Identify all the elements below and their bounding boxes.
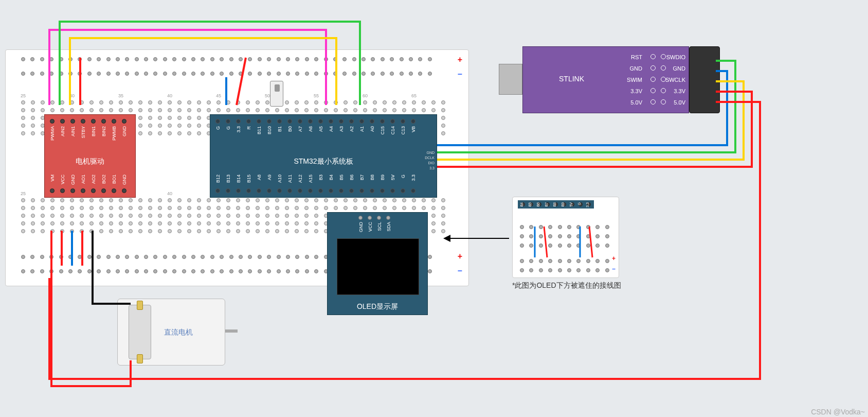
wiring-diagram-canvas: + – 253035404550556065 25303540455055606… — [0, 0, 868, 417]
motor-driver-top-pinrow — [50, 119, 126, 124]
detail-caption: *此图为OLED下方被遮住的接线图 — [512, 281, 621, 290]
stlink-module: STLINK RSTGNDSWIM3.3V5.0V SWDIOGNDSWCLK3… — [522, 46, 689, 113]
detail-pin-3.3: 3.3 — [586, 202, 589, 207]
pin-label-b1: B1 — [277, 126, 282, 132]
oled-pinrow — [358, 216, 390, 220]
pin-label-bo2: BO2 — [101, 175, 106, 184]
pin-label-gnd: GND — [122, 175, 127, 185]
pin-label-ain1: AIN1 — [70, 126, 76, 136]
pin-label-b14: B14 — [236, 175, 241, 183]
pin-label-a12: A12 — [298, 175, 303, 183]
pin-label-ain2: AIN2 — [60, 126, 65, 136]
pin-label-a6: A6 — [308, 126, 313, 132]
pin-label-b0: B0 — [287, 126, 293, 132]
stlink-left-5.0v: 5.0V — [630, 99, 642, 106]
detail-pin-b4: B4 — [520, 202, 523, 207]
stm32-bottom-pinrow — [215, 188, 415, 193]
pin-label-b8: B8 — [370, 175, 375, 180]
stm32-module: GG3.3RB11B10B1B0A7A6A5A4A3A2A1A0C15C14C1… — [210, 114, 437, 198]
stlink-right-swdio: SWDIO — [666, 54, 685, 60]
stlink-left-swim: SWIM — [627, 77, 642, 83]
detail-holes-1 — [520, 225, 609, 229]
pin-label-a4: A4 — [329, 126, 334, 132]
stlink-right-5.0v: 5.0V — [674, 99, 685, 106]
pin-label-vcc: VCC — [60, 175, 65, 184]
motor-driver-title: 电机驱动 — [45, 157, 135, 166]
dc-motor-terminal-top — [137, 301, 143, 310]
pin-label-a1: A1 — [359, 126, 365, 132]
dc-motor-body — [129, 305, 151, 359]
pin-label-bin2: BIN2 — [101, 126, 106, 136]
dc-motor-terminal-bot — [137, 354, 143, 363]
pin-label-c13: C13 — [401, 126, 406, 135]
detail-pin-b9: B9 — [561, 202, 565, 207]
dc-motor-shaft — [225, 329, 238, 333]
detail-pin-5v: 5V — [569, 202, 573, 207]
stlink-right-swclk: SWCLK — [665, 77, 685, 83]
detail-pin-b6: B6 — [536, 202, 540, 207]
pin-label-gnd: GND — [122, 126, 127, 136]
stm32-side-3v3: 3.3 — [429, 166, 435, 170]
pin-label-b3: B3 — [318, 175, 323, 180]
rail-minus-top: – — [458, 70, 462, 79]
stm32-side-gnd: GND — [426, 151, 435, 154]
stm32-side-dio: DIO — [428, 161, 435, 165]
pin-label-b11: B11 — [257, 126, 262, 134]
pin-label-bo1: BO1 — [112, 175, 117, 184]
pin-label-b15: B15 — [246, 175, 251, 183]
pin-label-g: G — [215, 126, 221, 130]
pin-label-gnd: GND — [70, 175, 76, 185]
pin-label-a11: A11 — [287, 175, 293, 183]
stlink-title: STLINK — [559, 75, 584, 83]
detail-pin-b7: B7 — [545, 202, 548, 207]
detail-holes-3 — [520, 244, 609, 248]
pin-label-pwmb: PWMB — [112, 126, 117, 141]
pin-label-b4: B4 — [329, 175, 334, 180]
rail-plus-top: + — [458, 55, 462, 64]
stlink-right-3.3v: 3.3V — [674, 88, 685, 94]
oled-pin-scl: SCL — [377, 222, 382, 231]
pin-label-stby: STBY — [81, 126, 86, 138]
pin-label-ao2: AO2 — [91, 175, 96, 184]
detail-holes-5 — [520, 268, 609, 272]
pin-label-b6: B6 — [349, 175, 354, 180]
watermark: CSDN @Vodka~ — [811, 408, 865, 416]
rail-top-minus-holes — [21, 72, 432, 76]
pin-label-pwma: PWMA — [50, 126, 55, 141]
pin-label-b10: B10 — [267, 126, 272, 134]
pin-label-a9: A9 — [267, 175, 272, 180]
pin-label-b9: B9 — [380, 175, 385, 180]
pin-label-b5: B5 — [339, 175, 344, 180]
rail-minus-bot: – — [458, 266, 462, 275]
pin-label-3.3: 3.3 — [411, 175, 416, 181]
detail-plus: + — [612, 255, 616, 262]
pin-label-b7: B7 — [359, 175, 365, 180]
detail-pin-b5: B5 — [528, 202, 532, 207]
stm32-top-pinrow — [215, 119, 415, 124]
pin-label-b12: B12 — [215, 175, 221, 183]
motor-driver-module: PWMAAIN2AIN1STBYBIN1BIN2PWMBGND 电机驱动 VMV… — [44, 114, 136, 198]
pin-label-bin1: BIN1 — [91, 126, 96, 136]
pin-label-c14: C14 — [390, 126, 395, 135]
pin-label-r: R — [246, 126, 251, 130]
rail-top-plus-holes — [21, 57, 432, 61]
arrow-line — [450, 238, 509, 239]
rail-plus-bot: + — [458, 252, 462, 261]
stlink-usb-plug — [499, 64, 522, 95]
oled-pin-vcc: VCC — [368, 222, 373, 232]
stm32-title: STM32最小系统板 — [210, 157, 437, 166]
pin-label-vm: VM — [50, 175, 55, 182]
oled-screen — [337, 238, 419, 295]
detail-holes-4 — [520, 259, 609, 263]
pin-label-a15: A15 — [308, 175, 313, 183]
stlink-left-rst: RST — [631, 54, 642, 60]
pin-label-5v: 5V — [390, 175, 395, 180]
dc-motor-title: 直流电机 — [164, 328, 193, 337]
pin-label-a5: A5 — [318, 126, 323, 132]
pin-label-g: G — [401, 175, 406, 178]
pin-label-g: G — [226, 126, 231, 130]
oled-pin-sda: SDA — [386, 222, 391, 232]
pin-label-ao1: AO1 — [81, 175, 86, 184]
oled-title: OLED显示屏 — [328, 302, 427, 311]
oled-pin-gnd: GND — [358, 222, 364, 232]
